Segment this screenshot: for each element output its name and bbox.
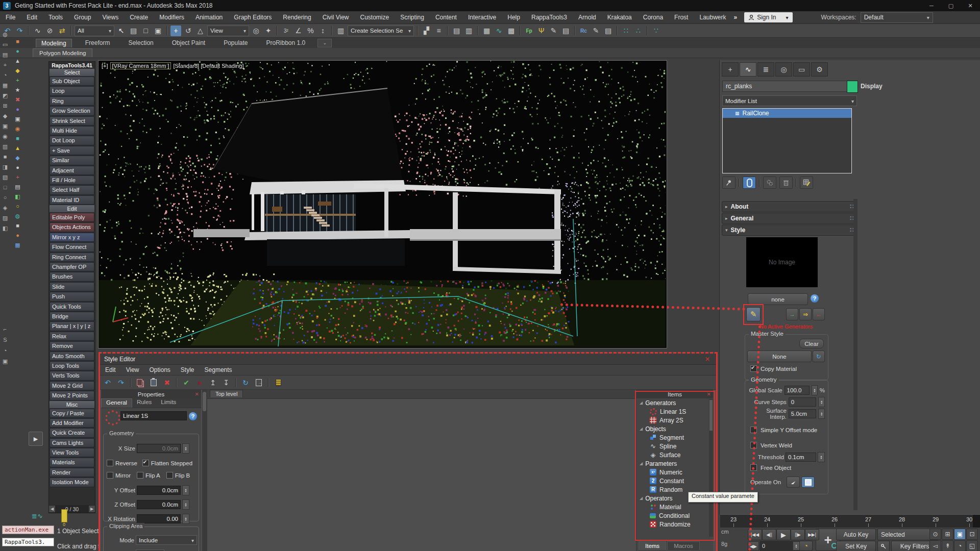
rappatools-dock-icon-18[interactable]: ◍	[15, 213, 20, 219]
items-item-array-2s[interactable]: Array 2S	[636, 416, 713, 424]
rappatools-button-objects-actions[interactable]: Objects Actions	[50, 222, 94, 232]
edit-named-selections-icon[interactable]: ▥	[335, 26, 346, 36]
menu-edit[interactable]: Edit	[21, 11, 43, 23]
menu-civil-view[interactable]: Civil View	[317, 11, 355, 23]
menu-animation[interactable]: Animation	[190, 11, 228, 23]
forest-pack-icon[interactable]: Fp	[524, 26, 534, 36]
menu-overflow-chevron[interactable]: »	[733, 14, 737, 21]
dock-icon-2[interactable]: ▤	[3, 52, 8, 58]
style-editor-menu-options[interactable]: Options	[144, 365, 175, 375]
operate-on-surface-button[interactable]	[801, 477, 815, 488]
menu-corona[interactable]: Corona	[638, 11, 669, 23]
menu-rendering[interactable]: Rendering	[277, 11, 316, 23]
make-unique-button[interactable]	[763, 177, 776, 189]
menu-graph-editors[interactable]: Graph Editors	[228, 11, 277, 23]
zoom-all-icon[interactable]: ⊞	[942, 529, 953, 540]
dock-icon-8[interactable]: ◆	[3, 113, 7, 119]
walk-through-icon[interactable]: ↟	[942, 540, 953, 551]
dock-icon-15[interactable]: □	[4, 185, 7, 190]
flyout-button[interactable]: ▶	[29, 432, 43, 446]
ribbon-dropdown[interactable]: ⌄	[317, 39, 332, 47]
dock-icon-0[interactable]: ◍	[3, 32, 8, 37]
menu-arnold[interactable]: Arnold	[573, 11, 602, 23]
dock-lower-icon-2[interactable]: ◔	[4, 348, 7, 354]
spinner[interactable]: ▲▼	[818, 397, 825, 407]
modifier-stack-row[interactable]: ▦ RailClone	[723, 109, 851, 118]
modify-tab[interactable]: ∿	[740, 62, 756, 77]
align-icon[interactable]: ≡	[433, 26, 444, 36]
named-selection-dropdown[interactable]: Create Selection Se	[348, 26, 414, 36]
rappatools-dock-icon-21[interactable]: ▦	[15, 242, 20, 248]
rappatools-button-select-half[interactable]: Select Half	[50, 185, 94, 194]
menu-modifiers[interactable]: Modifiers	[154, 11, 190, 23]
dock-icon-17[interactable]: ◈	[3, 205, 7, 211]
rappatools-button-copy-paste[interactable]: Copy / Paste	[50, 409, 94, 418]
rappatools-dock-icon-11[interactable]: ▲	[15, 145, 20, 151]
rappatools-dock-icon-10[interactable]: ■	[16, 136, 19, 141]
undo-icon[interactable]: ↶	[102, 377, 113, 388]
style-editor-menu-view[interactable]: View	[121, 365, 144, 375]
rappatools-button-mirror-x-y-z[interactable]: Mirror x y z	[50, 233, 94, 242]
reverse-checkbox[interactable]	[107, 460, 113, 466]
zoom-extents-icon[interactable]: ▣	[954, 529, 966, 540]
scatter-dots-icon[interactable]: ∵	[651, 26, 662, 36]
play-button[interactable]: ▶	[776, 529, 791, 540]
go-to-end-button[interactable]: ▶▶|	[805, 529, 819, 540]
rappatools-button-sub-object[interactable]: Sub Object	[50, 77, 94, 86]
rappatools-button-dot-loop[interactable]: Dot Loop	[50, 136, 94, 145]
reference-coordinate-dropdown[interactable]: View	[207, 26, 249, 36]
rappatools-dock-icon-0[interactable]: ■	[16, 39, 19, 44]
modifier-list-dropdown[interactable]: Modifier List	[722, 95, 857, 106]
time-configuration-button[interactable]: ◔	[799, 541, 813, 551]
configure-modifier-sets-button[interactable]	[800, 177, 813, 189]
select-link-icon[interactable]: ∿	[32, 26, 43, 36]
mirror-icon[interactable]: ▞	[421, 26, 432, 36]
curve-steps-field[interactable]: 0	[789, 397, 817, 407]
spinner[interactable]: ▲▼	[182, 485, 189, 495]
copy-icon[interactable]	[135, 377, 146, 388]
display-panel-header[interactable]: Display	[861, 83, 883, 90]
rappatools-button-add-modifier[interactable]: Add Modifier	[50, 418, 94, 428]
export-icon[interactable]	[253, 377, 264, 388]
layer-explorer-toggle-icon[interactable]: ▥	[463, 26, 474, 36]
rappatools-button-ring[interactable]: Ring	[50, 96, 94, 106]
rappatools-button-bridge[interactable]: Bridge	[50, 312, 94, 321]
set-key-button[interactable]: Set Key	[836, 541, 876, 551]
scene-explorer-toggle-icon[interactable]: ▤	[451, 26, 462, 36]
rappatools-button-grow-selection[interactable]: Grow Selection	[50, 106, 94, 115]
dock-icon-7[interactable]: ⊞	[3, 103, 7, 109]
ribbon-tab-object-paint[interactable]: Object Paint	[167, 39, 210, 47]
dock-icon-1[interactable]: ▭	[3, 42, 8, 47]
items-bottom-tab-items[interactable]: Items	[639, 541, 666, 550]
scroll-left-icon[interactable]: ◀	[49, 506, 55, 512]
rappatools-button-planar-x-y-z[interactable]: Planar | x | y | z	[50, 321, 94, 331]
command-panel-scrollbar[interactable]	[853, 199, 857, 510]
rotate-icon[interactable]: ↺	[183, 26, 193, 36]
rappatools-button-slide[interactable]: Slide	[50, 282, 94, 291]
railclone-paint-icon[interactable]: ✎	[591, 26, 601, 36]
sign-in-button[interactable]: Sign In	[744, 12, 792, 22]
dock-lower-icon-0[interactable]: ⌐	[4, 327, 7, 332]
help-icon[interactable]: ?	[811, 294, 819, 303]
rappatools-button-champfer-op[interactable]: Champfer OP	[50, 262, 94, 271]
dock-icon-9[interactable]: ▣	[3, 123, 8, 129]
rappatools-button-multi-hide[interactable]: Multi Hide	[50, 126, 94, 135]
rappatools-button-brushes[interactable]: Brushes	[50, 272, 94, 281]
close-button[interactable]: ✕	[961, 1, 980, 11]
style-editor-menu-edit[interactable]: Edit	[100, 365, 121, 375]
pin-stack-button[interactable]	[722, 177, 736, 189]
delete-icon[interactable]: ✖	[161, 377, 173, 388]
spinner-snap-icon[interactable]: ↕	[317, 26, 328, 36]
rappatools-dock-icon-1[interactable]: ●	[16, 48, 19, 54]
bind-spacewarp-icon[interactable]: ⇄	[57, 26, 67, 36]
menu-tools[interactable]: Tools	[43, 11, 68, 23]
workspace-dropdown[interactable]: Default	[861, 12, 933, 23]
rappatools-button-flow-connect[interactable]: Flow Connect	[50, 242, 94, 252]
dock-icon-3[interactable]: +	[4, 62, 7, 68]
spinner[interactable]: ▲▼	[812, 385, 818, 395]
rappatools-button-ring-connect[interactable]: Ring Connect	[50, 253, 94, 262]
properties-tab-rules[interactable]: Rules	[132, 398, 156, 408]
dock-icon-14[interactable]: ▧	[3, 174, 8, 180]
schematic-view-icon[interactable]: ▩	[506, 26, 517, 36]
rappatools-button-material-id[interactable]: Material ID	[50, 195, 94, 205]
